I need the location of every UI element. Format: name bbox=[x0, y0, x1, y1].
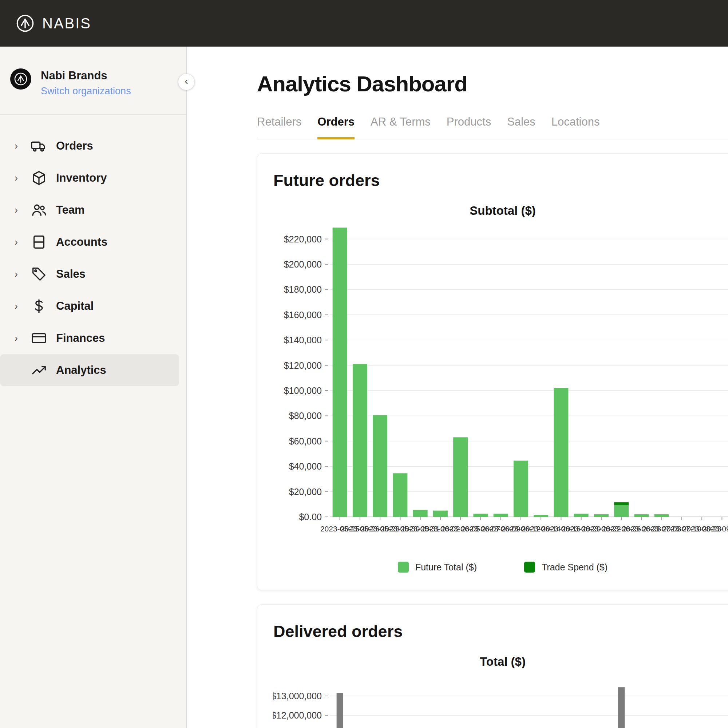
legend-item-future-total: Future Total ($) bbox=[398, 562, 477, 573]
chart-title-total: Total ($) bbox=[273, 655, 728, 669]
switch-organizations-link[interactable]: Switch organizations bbox=[41, 86, 131, 97]
svg-text:$140,000: $140,000 bbox=[284, 335, 322, 345]
sidebar-item-label: Analytics bbox=[56, 364, 106, 377]
org-text: Nabi Brands Switch organizations bbox=[41, 69, 131, 97]
sidebar-item-label: Accounts bbox=[56, 236, 107, 249]
chevron-right-icon[interactable]: › bbox=[15, 333, 31, 344]
sidebar-item-label: Sales bbox=[56, 268, 86, 281]
sidebar-item-inventory[interactable]: ›Inventory bbox=[0, 162, 187, 194]
users-icon bbox=[31, 202, 47, 219]
sidebar-item-analytics[interactable]: Analytics bbox=[0, 354, 179, 386]
tab-products[interactable]: Products bbox=[447, 115, 491, 139]
page-title: Analytics Dashboard bbox=[257, 71, 728, 96]
svg-text:$12,000,000: $12,000,000 bbox=[273, 710, 322, 720]
topbar: NABIS bbox=[0, 0, 728, 47]
sidebar-item-team[interactable]: ›Team bbox=[0, 194, 187, 226]
chevron-right-icon[interactable]: › bbox=[15, 237, 31, 248]
truck-icon bbox=[31, 138, 47, 154]
trend-icon bbox=[31, 362, 47, 379]
sidebar-item-label: Inventory bbox=[56, 171, 107, 185]
legend-swatch bbox=[524, 562, 535, 573]
chevron-right-icon[interactable]: › bbox=[15, 205, 31, 216]
sidebar-nav: ›Orders›Inventory›Team›Accounts›Sales›Ca… bbox=[0, 115, 187, 386]
future-orders-card: Future orders Subtotal ($) $0.00$20,000$… bbox=[257, 153, 728, 590]
tab-bar: RetailersOrdersAR & TermsProductsSalesLo… bbox=[257, 115, 728, 139]
sidebar-item-orders[interactable]: ›Orders bbox=[0, 130, 187, 162]
legend-label: Trade Spend ($) bbox=[541, 562, 607, 573]
chart-legend: Future Total ($)Trade Spend ($) bbox=[273, 562, 728, 573]
sidebar-item-sales[interactable]: ›Sales bbox=[0, 258, 187, 290]
svg-text:$20,000: $20,000 bbox=[289, 487, 322, 497]
tab-orders[interactable]: Orders bbox=[317, 115, 355, 139]
sidebar-collapse-button[interactable]: ‹ bbox=[178, 73, 195, 90]
organization-block: Nabi Brands Switch organizations ‹ bbox=[0, 47, 187, 115]
svg-text:2023-09-02: 2023-09-02 bbox=[702, 525, 728, 533]
svg-text:$180,000: $180,000 bbox=[284, 284, 322, 294]
legend-swatch bbox=[398, 562, 409, 573]
sidebar: Nabi Brands Switch organizations ‹ ›Orde… bbox=[0, 47, 187, 728]
svg-text:$80,000: $80,000 bbox=[289, 411, 322, 421]
tag-icon bbox=[31, 266, 47, 283]
brand-name: NABIS bbox=[42, 15, 91, 32]
tab-ar-terms[interactable]: AR & Terms bbox=[370, 115, 431, 139]
svg-text:$0.00: $0.00 bbox=[299, 512, 322, 522]
svg-text:$160,000: $160,000 bbox=[284, 310, 322, 320]
box-icon bbox=[31, 170, 47, 187]
legend-item-trade-spend: Trade Spend ($) bbox=[524, 562, 607, 573]
chevron-right-icon[interactable]: › bbox=[15, 269, 31, 280]
sidebar-item-accounts[interactable]: ›Accounts bbox=[0, 226, 187, 258]
sidebar-item-capital[interactable]: ›Capital bbox=[0, 290, 187, 322]
nabis-logo-icon bbox=[15, 14, 35, 33]
chevron-right-icon[interactable]: › bbox=[15, 141, 31, 152]
book-icon bbox=[31, 234, 47, 251]
card-title-delivered-orders: Delivered orders bbox=[273, 622, 728, 641]
card-icon bbox=[31, 330, 47, 347]
svg-text:$200,000: $200,000 bbox=[284, 259, 322, 269]
org-name: Nabi Brands bbox=[41, 69, 131, 82]
tab-sales[interactable]: Sales bbox=[507, 115, 535, 139]
collapse-icon: ‹ bbox=[185, 75, 188, 87]
delivered-orders-chart: $13,000,000$12,000,000 bbox=[273, 683, 728, 728]
svg-text:$13,000,000: $13,000,000 bbox=[273, 691, 322, 701]
svg-text:$40,000: $40,000 bbox=[289, 461, 322, 471]
chart-title-subtotal: Subtotal ($) bbox=[273, 204, 728, 218]
delivered-orders-card: Delivered orders Total ($) $13,000,000$1… bbox=[257, 604, 728, 728]
svg-text:$120,000: $120,000 bbox=[284, 360, 322, 370]
tab-locations[interactable]: Locations bbox=[551, 115, 600, 139]
card-title-future-orders: Future orders bbox=[273, 171, 728, 190]
svg-text:$220,000: $220,000 bbox=[284, 234, 322, 244]
sidebar-item-label: Team bbox=[56, 203, 85, 217]
tab-retailers[interactable]: Retailers bbox=[257, 115, 301, 139]
main-content: Analytics Dashboard RetailersOrdersAR & … bbox=[188, 47, 728, 728]
chevron-right-icon[interactable]: › bbox=[15, 301, 31, 312]
org-avatar bbox=[10, 69, 31, 90]
sidebar-item-label: Orders bbox=[56, 139, 93, 153]
dollar-icon bbox=[31, 298, 47, 315]
svg-text:$100,000: $100,000 bbox=[284, 385, 322, 396]
sidebar-item-label: Finances bbox=[56, 332, 105, 345]
future-orders-chart: $0.00$20,000$40,000$60,000$80,000$100,00… bbox=[273, 223, 728, 552]
chevron-right-icon[interactable]: › bbox=[15, 173, 31, 184]
svg-text:$60,000: $60,000 bbox=[289, 436, 322, 446]
sidebar-item-finances[interactable]: ›Finances bbox=[0, 322, 187, 354]
legend-label: Future Total ($) bbox=[415, 562, 477, 573]
sidebar-item-label: Capital bbox=[56, 300, 93, 313]
